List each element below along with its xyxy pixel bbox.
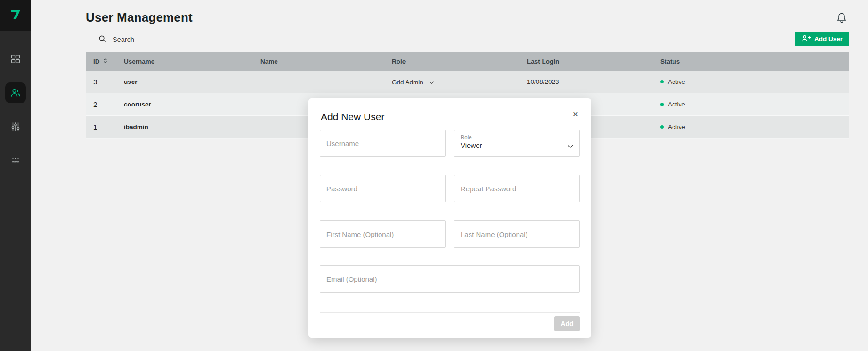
brand-7-icon bbox=[8, 8, 23, 24]
sidebar-item-users[interactable] bbox=[0, 82, 31, 103]
sort-icon bbox=[103, 57, 107, 65]
username-field[interactable] bbox=[320, 130, 446, 157]
role-select-label: Role bbox=[461, 134, 573, 140]
cell-id: 2 bbox=[93, 100, 124, 108]
bell-icon bbox=[836, 17, 847, 25]
column-header-id[interactable]: ID bbox=[93, 57, 124, 65]
sidebar bbox=[0, 0, 31, 351]
column-header-name: Name bbox=[260, 58, 392, 65]
first-name-field[interactable] bbox=[320, 220, 446, 248]
status-active-dot bbox=[660, 125, 664, 129]
sidebar-item-logs[interactable] bbox=[0, 150, 31, 171]
role-dropdown-value: Grid Admin bbox=[392, 79, 423, 86]
column-header-username: Username bbox=[124, 58, 260, 65]
add-user-button[interactable]: Add User bbox=[795, 32, 849, 46]
close-icon: × bbox=[573, 108, 578, 120]
email-field[interactable] bbox=[320, 265, 580, 293]
modal-title: Add New User bbox=[321, 111, 384, 122]
add-new-user-modal: Add New User × Role Viewer Add bbox=[308, 98, 591, 338]
grid-icon bbox=[5, 49, 26, 69]
status-label: Active bbox=[668, 101, 685, 108]
cell-last-login: 10/08/2023 bbox=[527, 78, 660, 85]
role-select-value: Viewer bbox=[461, 141, 573, 149]
modal-footer-divider bbox=[320, 312, 580, 313]
logs-icon bbox=[5, 150, 26, 171]
status-label: Active bbox=[668, 78, 685, 85]
table-row[interactable]: 3 user Grid Admin 10/08/2023 Active bbox=[86, 71, 849, 93]
sidebar-nav bbox=[0, 49, 31, 184]
column-header-id-label: ID bbox=[93, 58, 100, 65]
cell-id: 3 bbox=[93, 78, 124, 86]
add-user-icon bbox=[802, 35, 811, 43]
cell-status: Active bbox=[660, 101, 849, 108]
sidebar-item-settings[interactable] bbox=[0, 116, 31, 137]
page-title: User Management bbox=[86, 10, 193, 25]
column-header-last-login: Last Login bbox=[527, 58, 660, 65]
cell-id: 1 bbox=[93, 123, 124, 131]
chevron-down-icon bbox=[568, 142, 573, 150]
status-active-dot bbox=[660, 80, 664, 83]
add-user-button-label: Add User bbox=[814, 35, 843, 42]
close-button[interactable]: × bbox=[568, 107, 583, 121]
password-field[interactable] bbox=[320, 175, 446, 202]
search-bar bbox=[98, 33, 254, 46]
role-dropdown[interactable]: Grid Admin bbox=[392, 79, 434, 86]
sidebar-item-grid[interactable] bbox=[0, 49, 31, 69]
search-input[interactable] bbox=[113, 36, 254, 43]
last-name-field[interactable] bbox=[454, 220, 580, 248]
cell-username: ibadmin bbox=[124, 123, 260, 131]
status-active-dot bbox=[660, 103, 664, 106]
add-submit-button[interactable]: Add bbox=[554, 316, 580, 331]
cell-status: Active bbox=[660, 78, 849, 85]
cell-username: user bbox=[124, 78, 260, 85]
column-header-status: Status bbox=[660, 58, 849, 65]
cell-status: Active bbox=[660, 123, 849, 131]
status-label: Active bbox=[668, 123, 685, 131]
column-header-role: Role bbox=[392, 58, 527, 65]
repeat-password-field[interactable] bbox=[454, 175, 580, 202]
table-header-row: ID Username Name Role Last Login Status bbox=[86, 52, 849, 71]
chevron-down-icon bbox=[429, 79, 434, 86]
notifications-button[interactable] bbox=[836, 12, 847, 26]
search-icon bbox=[98, 35, 106, 45]
sliders-icon bbox=[5, 116, 26, 137]
cell-username: cooruser bbox=[124, 101, 260, 108]
role-select[interactable]: Role Viewer bbox=[454, 130, 580, 157]
brand-logo[interactable] bbox=[0, 0, 31, 31]
users-icon bbox=[5, 82, 26, 103]
